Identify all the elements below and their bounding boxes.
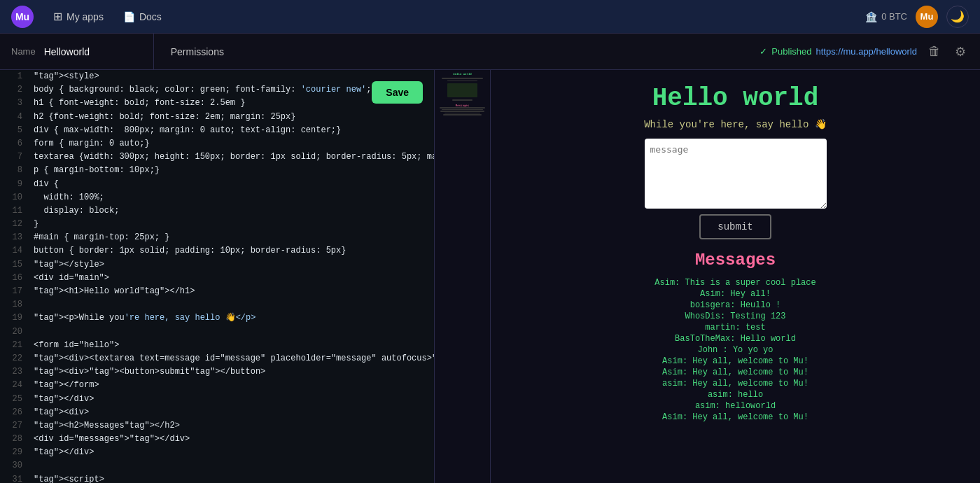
code-line: 17"tag"><h1>Hello world"tag"></h1> xyxy=(0,285,434,298)
app-message-item: asim: hello xyxy=(708,390,763,400)
app-name-input[interactable] xyxy=(44,46,142,57)
published-label: Published xyxy=(771,46,811,57)
messages-title: Messages xyxy=(695,251,776,270)
book-icon: 📄 xyxy=(123,11,135,22)
app-title: Hello world xyxy=(652,84,819,113)
app-message-item: WhosDis: Testing 123 xyxy=(685,312,785,321)
published-url[interactable]: https://mu.app/helloworld xyxy=(816,46,917,57)
app-message-item: martin: test xyxy=(705,323,765,332)
app-message-item: asim: Hey all, welcome to Mu! xyxy=(662,379,808,388)
code-line: 20 xyxy=(0,326,434,339)
avatar[interactable]: Mu xyxy=(916,6,938,28)
code-line: 19"tag"><p>While you're here, say hello … xyxy=(0,312,434,325)
app-message-item: asim: helloworld xyxy=(695,401,776,411)
app-submit-button[interactable]: submit xyxy=(699,214,771,239)
save-button[interactable]: Save xyxy=(372,81,423,104)
app-message-input[interactable] xyxy=(645,139,827,209)
permissions-button[interactable]: Permissions xyxy=(154,34,241,69)
code-line: 25"tag"></div> xyxy=(0,393,434,406)
code-line: 28<div id="messages">"tag"></div> xyxy=(0,433,434,446)
nav-right: 🏦 0 BTC Mu 🌙 xyxy=(865,6,969,28)
code-line: 31"tag"><script> xyxy=(0,473,434,483)
code-line: 26"tag"><div> xyxy=(0,406,434,419)
code-line: 10 width: 100%; xyxy=(0,191,434,204)
code-line: 15"tag"></style> xyxy=(0,258,434,272)
code-line: 22"tag"><div><textarea text=message id="… xyxy=(0,352,434,365)
app-message-item: Asim: Hey all! xyxy=(700,289,771,299)
code-line: 5div { max-width: 800px; margin: 0 auto;… xyxy=(0,124,434,137)
settings-button[interactable]: ⚙ xyxy=(952,41,969,62)
code-line: 9div { xyxy=(0,178,434,191)
second-toolbar: Name Permissions ✓ Published https://mu.… xyxy=(0,34,980,70)
code-line: 2body { background: black; color: green;… xyxy=(0,83,434,97)
app-messages-list: Asim: This is a super cool placeAsim: He… xyxy=(505,278,966,422)
code-line: 21<form id="hello"> xyxy=(0,339,434,352)
code-panel-wrapper: 1"tag"><style>2body { background: black;… xyxy=(0,70,490,483)
code-line: 13#main { margin-top: 25px; } xyxy=(0,231,434,244)
app-message-item: BasToTheMax: Hello world xyxy=(675,334,796,344)
code-line: 11 display: block; xyxy=(0,204,434,218)
logo[interactable]: Mu xyxy=(11,6,34,28)
code-line: 24"tag"></form> xyxy=(0,379,434,392)
code-line: 7textarea {width: 300px; height: 150px; … xyxy=(0,150,434,164)
wallet-icon: 🏦 xyxy=(865,11,877,22)
app-message-item: Asim: Hey all, welcome to Mu! xyxy=(662,368,808,377)
preview-thumbnail: Hello world Messages xyxy=(434,70,490,483)
name-label: Name xyxy=(11,46,36,57)
name-field-group: Name xyxy=(0,34,154,69)
check-icon: ✓ xyxy=(760,46,767,57)
code-line: 12} xyxy=(0,218,434,231)
app-message-item: boisgera: Heullo ! xyxy=(690,300,781,310)
docs-label: Docs xyxy=(139,11,162,22)
main-content: 1"tag"><style>2body { background: black;… xyxy=(0,70,980,483)
code-line: 14button { border: 1px solid; padding: 1… xyxy=(0,244,434,258)
code-line: 4h2 {font-weight: bold; font-size: 2em; … xyxy=(0,111,434,124)
btc-display: 🏦 0 BTC xyxy=(865,11,907,22)
save-button-area: Save xyxy=(372,81,423,104)
nav-items: ⊞ My apps 📄 Docs xyxy=(45,6,170,27)
delete-button[interactable]: 🗑 xyxy=(925,41,944,62)
app-message-item: Asim: Hey all, welcome to Mu! xyxy=(662,356,808,366)
published-badge: ✓ Published https://mu.app/helloworld xyxy=(760,46,917,57)
app-message-item: Asim: Hey all, welcome to Mu! xyxy=(662,412,808,422)
code-editor[interactable]: 1"tag"><style>2body { background: black;… xyxy=(0,70,434,483)
theme-toggle[interactable]: 🌙 xyxy=(946,6,969,28)
app-subtitle: While you're here, say hello 👋 xyxy=(644,118,827,130)
grid-icon: ⊞ xyxy=(53,10,62,23)
code-line: 27"tag"><h2>Messages"tag"></h2> xyxy=(0,419,434,433)
code-line: 23"tag"><div>"tag"><button>submit"tag"><… xyxy=(0,365,434,379)
code-line: 18 xyxy=(0,298,434,312)
code-line: 3h1 { font-weight: bold; font-size: 2.5e… xyxy=(0,97,434,110)
logo-text: Mu xyxy=(15,11,29,22)
top-nav: Mu ⊞ My apps 📄 Docs 🏦 0 BTC Mu 🌙 xyxy=(0,0,980,34)
code-line: 29"tag"></div> xyxy=(0,446,434,459)
btc-amount: 0 BTC xyxy=(881,11,907,22)
app-preview: Hello world While you're here, say hello… xyxy=(490,70,980,483)
code-line: 16<div id="main"> xyxy=(0,272,434,285)
app-message-item: Asim: This is a super cool place xyxy=(654,278,816,288)
my-apps-nav[interactable]: ⊞ My apps xyxy=(45,6,112,27)
code-line: 8p { margin-bottom: 10px;} xyxy=(0,164,434,177)
toolbar-right: ✓ Published https://mu.app/helloworld 🗑 … xyxy=(748,41,980,62)
code-line: 1"tag"><style> xyxy=(0,70,434,83)
code-line: 6form { margin: 0 auto;} xyxy=(0,137,434,150)
code-line: 30 xyxy=(0,459,434,472)
docs-nav[interactable]: 📄 Docs xyxy=(115,7,170,27)
my-apps-label: My apps xyxy=(66,11,104,22)
app-message-item: John : Yo yo yo xyxy=(697,345,773,355)
